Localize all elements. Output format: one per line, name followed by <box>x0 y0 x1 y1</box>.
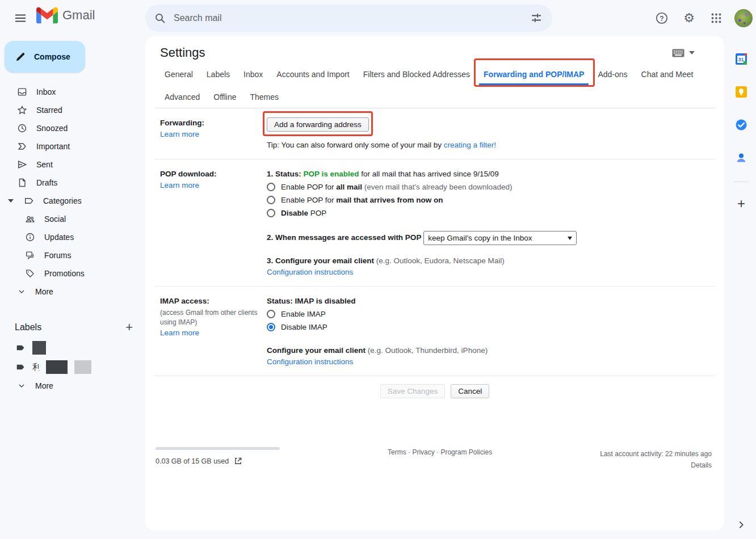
add-label-plus-icon[interactable]: + <box>125 321 133 334</box>
sidebar-item-inbox[interactable]: Inbox <box>0 83 145 101</box>
labels-more[interactable]: More <box>0 377 145 395</box>
sidebar-item-label: Important <box>36 142 70 151</box>
pop-radio-all-mail[interactable]: Enable POP for all mail (even mail that'… <box>267 182 709 193</box>
tune-icon[interactable] <box>525 7 548 30</box>
tab-label: Forwarding and POP/IMAP <box>484 70 584 79</box>
side-panel-chevron-icon[interactable] <box>737 521 745 529</box>
search-bar[interactable]: Search mail <box>145 5 552 32</box>
imap-config-label: Configure your email client <box>267 346 366 355</box>
tab-chat-and-meet[interactable]: Chat and Meet <box>637 64 698 85</box>
get-add-ons-plus-icon[interactable]: + <box>737 196 745 212</box>
sidebar-item-more[interactable]: More <box>0 283 145 301</box>
forwarding-label: Forwarding: <box>160 119 204 127</box>
gear-icon[interactable]: ⚙ <box>678 7 700 30</box>
search-icon[interactable] <box>154 12 166 24</box>
search-input[interactable]: Search mail <box>174 13 525 23</box>
chevron-down-icon <box>568 237 572 240</box>
cancel-button[interactable]: Cancel <box>451 384 489 398</box>
imap-learn-more-link[interactable]: Learn more <box>160 329 199 337</box>
select-value: keep Gmail's copy in the Inbox <box>428 233 532 244</box>
pop-radio-from-now-on[interactable]: Enable POP for mail that arrives from no… <box>267 195 709 206</box>
save-changes-button[interactable]: Save Changes <box>380 384 446 398</box>
tab-accounts-and-import[interactable]: Accounts and Import <box>272 64 354 85</box>
compose-button[interactable]: Compose <box>5 41 85 73</box>
sidebar-item-social[interactable]: Social <box>0 210 145 228</box>
sidebar-item-snoozed[interactable]: Snoozed <box>0 119 145 137</box>
forwarding-learn-more-link[interactable]: Learn more <box>160 130 199 138</box>
imap-configuration-instructions-link[interactable]: Configuration instructions <box>267 357 353 366</box>
details-link[interactable]: Details <box>600 460 712 471</box>
radio-label-bold: all mail <box>336 183 362 191</box>
pop-radio-disable[interactable]: Disable POP <box>267 208 709 219</box>
sidebar-item-drafts[interactable]: Drafts <box>0 174 145 192</box>
sidebar-item-starred[interactable]: Starred <box>0 101 145 119</box>
radio-label-bold: Disable <box>281 209 308 217</box>
keyboard-icon[interactable] <box>672 49 684 57</box>
pop-status-line: 1. Status: POP is enabled for all mail t… <box>267 169 709 180</box>
pencil-icon <box>15 51 26 62</box>
hamburger-menu-icon[interactable] <box>8 6 33 31</box>
labels-header: Labels + <box>0 321 145 334</box>
footer-policy-links[interactable]: Terms · Privacy · Program Policies <box>388 448 492 471</box>
sidebar-item-categories[interactable]: Categories <box>0 192 145 210</box>
pop-configuration-instructions-link[interactable]: Configuration instructions <box>267 268 353 276</box>
radio-unchecked-icon[interactable] <box>267 183 275 191</box>
radio-label-muted: (even mail that's already been downloade… <box>362 183 513 191</box>
keep-icon[interactable] <box>731 82 751 102</box>
chevron-down-icon <box>17 381 26 390</box>
imap-config-rest: (e.g. Outlook, Thunderbird, iPhone) <box>366 346 488 355</box>
pop-download-section: POP download: Learn more 1. Status: POP … <box>154 159 715 287</box>
input-method-selector[interactable] <box>672 49 695 57</box>
tab-themes[interactable]: Themes <box>246 86 284 108</box>
compose-label: Compose <box>34 52 70 61</box>
sidebar-item-promotions[interactable]: Promotions <box>0 264 145 283</box>
radio-unchecked-icon[interactable] <box>267 209 275 217</box>
radio-unchecked-icon[interactable] <box>267 310 275 318</box>
imap-radio-disable[interactable]: Disable IMAP <box>267 322 709 333</box>
gmail-logo[interactable]: Gmail <box>36 7 95 24</box>
sidebar-item-sent[interactable]: Sent <box>0 155 145 174</box>
tab-forwarding-and-pop-imap[interactable]: Forwarding and POP/IMAP <box>479 64 589 85</box>
tab-add-ons[interactable]: Add-ons <box>593 64 632 85</box>
tab-inbox[interactable]: Inbox <box>239 64 267 85</box>
tab-general[interactable]: General <box>160 64 198 85</box>
draft-icon <box>17 178 27 188</box>
svg-text:31: 31 <box>738 57 744 62</box>
tab-labels[interactable]: Labels <box>202 64 234 85</box>
external-link-icon[interactable] <box>234 457 242 465</box>
label-item-redacted-2[interactable]: 利 <box>0 357 145 377</box>
pop-step2-line: 2. When messages are accessed with POP k… <box>267 231 709 245</box>
label-item-redacted-1[interactable] <box>0 338 145 357</box>
tab-advanced[interactable]: Advanced <box>160 86 204 108</box>
sidebar-item-updates[interactable]: Updates <box>0 228 145 246</box>
card-footer: 0.03 GB of 15 GB used Terms · Privacy · … <box>154 443 715 471</box>
apps-grid-icon[interactable] <box>705 7 728 30</box>
form-actions: Save Changes Cancel <box>154 376 715 404</box>
tab-offline[interactable]: Offline <box>209 86 241 108</box>
radio-label: Enable POP for <box>281 183 336 191</box>
label-icon <box>15 362 26 372</box>
categories-icon <box>24 196 34 206</box>
contacts-icon[interactable] <box>731 148 751 168</box>
tab-filters-and-blocked-addresses[interactable]: Filters and Blocked Addresses <box>359 64 474 85</box>
imap-radio-enable[interactable]: Enable IMAP <box>267 309 709 320</box>
pop-behavior-select[interactable]: keep Gmail's copy in the Inbox <box>423 231 577 245</box>
forwarding-tip-text: Tip: You can also forward only some of y… <box>267 141 444 149</box>
add-forwarding-address-button[interactable]: Add a forwarding address <box>267 117 369 132</box>
creating-a-filter-link[interactable]: creating a filter! <box>444 141 496 149</box>
pop-learn-more-link[interactable]: Learn more <box>160 181 199 190</box>
help-icon[interactable]: ? <box>650 7 673 30</box>
labels-title: Labels <box>15 322 125 332</box>
inbox-icon <box>17 87 27 97</box>
tasks-icon[interactable] <box>731 115 751 135</box>
sidebar-item-important[interactable]: Important <box>0 137 145 155</box>
sidebar-item-label: Forums <box>44 251 71 260</box>
collapse-triangle-icon[interactable] <box>8 199 14 203</box>
avatar[interactable] <box>734 9 753 27</box>
calendar-icon[interactable]: 31 <box>731 49 751 69</box>
radio-unchecked-icon[interactable] <box>267 196 275 204</box>
sidebar-item-label: Social <box>44 214 66 224</box>
radio-checked-icon[interactable] <box>267 323 275 331</box>
sidebar-item-forums[interactable]: Forums <box>0 246 145 264</box>
chevron-down-icon[interactable] <box>689 51 695 54</box>
